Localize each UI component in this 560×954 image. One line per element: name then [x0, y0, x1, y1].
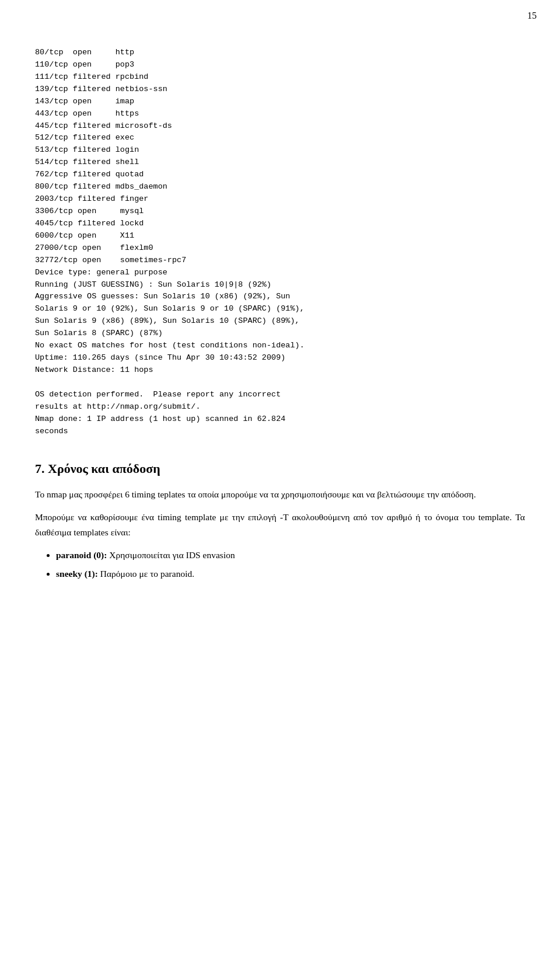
code-block: 80/tcp open http 110/tcp open pop3 111/t…	[35, 47, 525, 438]
section-7-paragraph2: Μπορούμε να καθορίσουμε ένα timing templ…	[35, 510, 525, 539]
bullet-term: paranoid (0):	[56, 550, 107, 560]
bullet-term: sneeky (1):	[56, 569, 98, 579]
bullet-list: paranoid (0): Χρησιμοποιείται για IDS en…	[56, 548, 525, 581]
section-7-heading: 7. Χρόνος και απόδοση	[35, 461, 525, 476]
section-7-paragraph1: Το nmap μας προσφέρει 6 timing teplates …	[35, 487, 525, 502]
content-area: 80/tcp open http 110/tcp open pop3 111/t…	[0, 18, 560, 616]
list-item: sneeky (1): Παρόμοιο με το paranoid.	[56, 566, 525, 582]
list-item: paranoid (0): Χρησιμοποιείται για IDS en…	[56, 548, 525, 563]
page-number: 15	[527, 11, 537, 21]
